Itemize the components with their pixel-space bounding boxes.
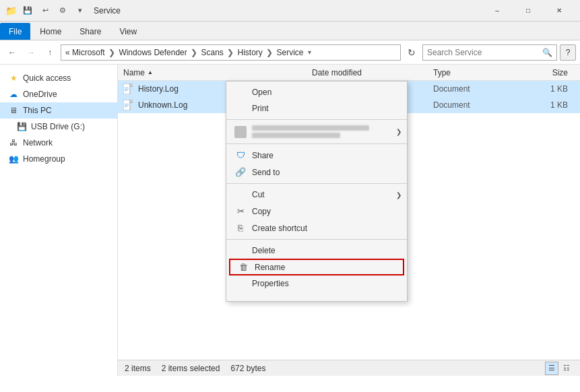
ctx-blurred-item[interactable]: ❯: [226, 123, 407, 141]
file-size: 1 KB: [514, 84, 568, 94]
blurred-arrow-icon: ❯: [396, 128, 401, 135]
search-icon: 🔍: [542, 48, 552, 57]
file-type: Document: [433, 100, 514, 110]
cloud-icon: ☁: [8, 89, 19, 100]
ctx-separator-4: [226, 239, 407, 240]
sidebar: ★ Quick access ☁ OneDrive 🖥 This PC 💾 US…: [0, 65, 118, 376]
send-to-arrow-icon: ❯: [396, 191, 401, 199]
col-header-size[interactable]: Size: [514, 68, 568, 77]
search-box: 🔍: [422, 44, 557, 61]
sidebar-label-this-pc: This PC: [23, 106, 52, 115]
file-icon: [123, 100, 134, 110]
details-view-button[interactable]: ☰: [545, 362, 558, 375]
qat-save-button[interactable]: 💾: [20, 3, 36, 19]
tab-share[interactable]: Share: [71, 23, 110, 40]
context-menu: Open Print ❯ 🛡 Share: [226, 81, 408, 302]
svg-rect-3: [125, 88, 129, 88]
back-button[interactable]: ←: [4, 44, 20, 61]
ctx-cut[interactable]: ✂ Copy: [226, 203, 407, 220]
minimize-button[interactable]: –: [482, 0, 513, 22]
usb-icon: 💾: [16, 121, 27, 132]
ctx-send-to[interactable]: Cut ❯: [226, 187, 407, 203]
view-controls: ☰ ☷: [545, 362, 573, 375]
address-dropdown-icon: ▾: [308, 48, 311, 56]
sidebar-item-onedrive[interactable]: ☁ OneDrive: [0, 86, 117, 102]
sidebar-label-quick-access: Quick access: [23, 73, 71, 83]
help-button[interactable]: ?: [560, 44, 576, 61]
maximize-button[interactable]: □: [513, 0, 544, 22]
close-button[interactable]: ✕: [544, 0, 575, 22]
column-headers: Name ▲ Date modified Type Size: [118, 65, 580, 81]
ctx-scan[interactable]: 🛡 Share: [226, 147, 407, 164]
forward-button[interactable]: →: [23, 44, 39, 61]
svg-rect-11: [125, 106, 127, 107]
title-bar: 📁 💾 ↩ ⚙ ▾ Service – □ ✕: [0, 0, 580, 22]
sidebar-label-usb: USB Drive (G:): [31, 122, 85, 131]
ctx-properties[interactable]: [226, 292, 407, 298]
window-title: Service: [94, 6, 482, 15]
sidebar-item-network[interactable]: 🖧 Network: [0, 135, 117, 151]
title-bar-icon: 📁: [5, 5, 17, 16]
svg-rect-5: [125, 90, 127, 91]
ctx-send-to-label: Cut: [252, 190, 393, 199]
main-layout: ★ Quick access ☁ OneDrive 🖥 This PC 💾 US…: [0, 65, 580, 376]
ctx-separator-3: [226, 183, 407, 184]
network-icon: 🖧: [8, 137, 19, 148]
col-header-name[interactable]: Name ▲: [123, 68, 312, 77]
ctx-open[interactable]: Open: [226, 84, 407, 100]
svg-rect-10: [125, 105, 129, 106]
ctx-print[interactable]: Print: [226, 100, 407, 117]
col-header-date[interactable]: Date modified: [312, 68, 433, 77]
ctx-print-label: Print: [252, 104, 393, 113]
cut-icon: ✂: [234, 206, 247, 216]
ctx-scan-label: Share: [252, 151, 393, 160]
sidebar-item-this-pc[interactable]: 🖥 This PC: [0, 102, 117, 119]
delete-icon: 🗑: [237, 262, 249, 272]
tab-view[interactable]: View: [110, 23, 146, 40]
star-icon: ★: [8, 73, 19, 84]
ctx-copy-label: Create shortcut: [252, 224, 393, 233]
qat-undo-button[interactable]: ↩: [37, 3, 53, 19]
address-bar[interactable]: « Microsoft ❯ Windows Defender ❯ Scans ❯…: [61, 44, 401, 61]
breadcrumb: « Microsoft ❯ Windows Defender ❯ Scans ❯…: [65, 48, 304, 57]
sidebar-section-main: ★ Quick access ☁ OneDrive 🖥 This PC 💾 US…: [0, 70, 117, 167]
shield-icon: 🛡: [234, 150, 247, 160]
col-header-type[interactable]: Type: [433, 68, 514, 77]
homegroup-icon: 👥: [8, 154, 19, 164]
tab-file[interactable]: File: [0, 23, 30, 40]
file-icon: [123, 84, 134, 94]
content-area: Name ▲ Date modified Type Size: [118, 65, 580, 376]
sidebar-item-usb-drive[interactable]: 💾 USB Drive (G:): [0, 119, 117, 135]
selected-size: 672 bytes: [230, 364, 265, 373]
ctx-create-shortcut[interactable]: Delete: [226, 242, 407, 259]
ctx-rename[interactable]: Properties: [226, 275, 407, 292]
up-button[interactable]: ↑: [42, 44, 58, 61]
ctx-rename-label: Properties: [252, 279, 393, 288]
ctx-share[interactable]: 🔗 Send to: [226, 164, 407, 181]
sidebar-item-quick-access[interactable]: ★ Quick access: [0, 70, 117, 86]
ctx-delete-label: Rename: [255, 263, 392, 272]
sidebar-item-homegroup[interactable]: 👥 Homegroup: [0, 151, 117, 167]
quick-access-toolbar: 💾 ↩ ⚙ ▾: [20, 3, 88, 19]
item-count: 2 items: [125, 364, 151, 373]
sort-arrow-icon: ▲: [148, 69, 153, 75]
qat-properties-button[interactable]: ⚙: [55, 3, 71, 19]
blurred-icon: [234, 126, 247, 138]
selected-count: 2 items selected: [162, 364, 220, 373]
svg-rect-4: [125, 89, 129, 90]
svg-rect-2: [130, 84, 133, 86]
ctx-delete[interactable]: 🗑 Rename: [229, 259, 404, 275]
title-controls: – □ ✕: [482, 0, 575, 22]
ctx-separator-1: [226, 119, 407, 120]
tab-home[interactable]: Home: [31, 23, 70, 40]
status-info: 2 items 2 items selected 672 bytes: [125, 364, 545, 373]
ctx-copy[interactable]: ⎘ Create shortcut: [226, 220, 407, 236]
file-size: 1 KB: [514, 100, 568, 110]
refresh-button[interactable]: ↻: [404, 44, 420, 61]
search-input[interactable]: [427, 48, 542, 57]
copy-icon: ⎘: [234, 223, 247, 233]
large-icons-view-button[interactable]: ☷: [560, 362, 573, 375]
qat-dropdown-button[interactable]: ▾: [72, 3, 88, 19]
ctx-share-label: Send to: [252, 168, 393, 177]
ctx-separator-2: [226, 143, 407, 144]
